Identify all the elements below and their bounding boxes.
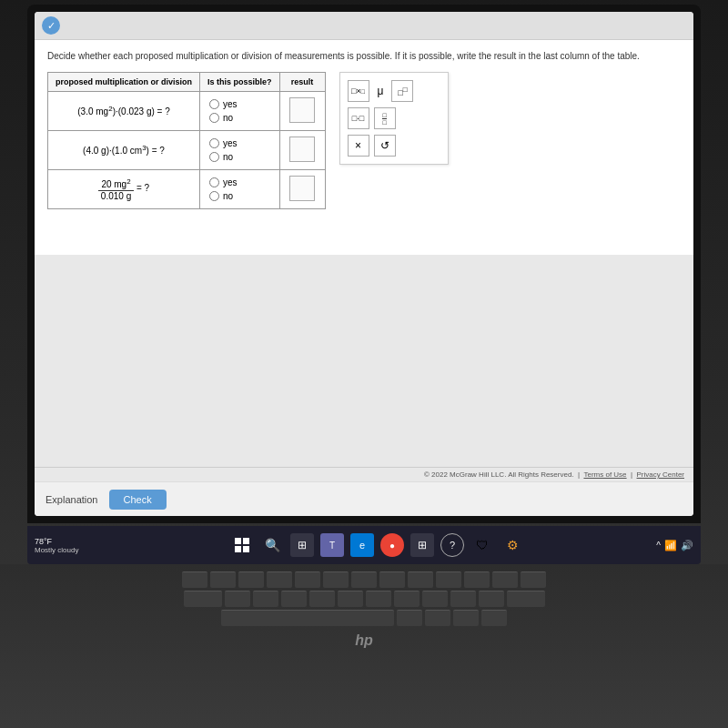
measurements-table: proposed multiplication or division Is t…: [47, 72, 326, 209]
sym-superscript-btn[interactable]: □□: [391, 80, 413, 102]
teams-icon[interactable]: T: [320, 533, 344, 557]
radio-cell-1[interactable]: yes no: [200, 92, 280, 131]
sym-multiply-btn[interactable]: □×□: [348, 80, 369, 102]
formula-cell-2: (4.0 g)·(1.0 cm3) = ?: [48, 131, 200, 170]
terms-link[interactable]: Terms of Use: [583, 470, 626, 479]
result-input-2[interactable]: [289, 136, 315, 162]
radio-no-1[interactable]: [209, 113, 219, 123]
tray-chevron[interactable]: ^: [656, 541, 661, 551]
apps-icon[interactable]: ⊞: [410, 533, 434, 557]
edge-icon[interactable]: e: [350, 533, 374, 557]
bottom-action-bar: Explanation Check: [35, 481, 693, 516]
symbol-panel: □×□ μ □□ □·□ □ □: [339, 72, 449, 165]
svg-rect-0: [235, 538, 241, 544]
windows-icon[interactable]: [230, 533, 254, 557]
result-input-3[interactable]: [289, 176, 315, 201]
sym-undo-btn[interactable]: ↺: [374, 135, 396, 157]
mu-symbol: μ: [374, 83, 388, 99]
checkmark-icon[interactable]: ✓: [42, 16, 60, 35]
result-cell-3: [279, 170, 325, 209]
radio-no-2[interactable]: [209, 152, 219, 162]
hp-logo: hp: [355, 632, 373, 649]
radio-yes-1[interactable]: [209, 99, 219, 109]
top-bar: ✓: [35, 12, 693, 40]
explanation-label[interactable]: Explanation: [46, 494, 98, 505]
settings-icon[interactable]: ⚙: [500, 533, 524, 557]
radio-cell-2[interactable]: yes no: [200, 131, 280, 170]
svg-rect-3: [243, 546, 249, 552]
radio-no-3[interactable]: [209, 191, 219, 201]
taskbar-icons: 🔍 ⊞ T e ● ⊞ ? 🛡 ⚙: [104, 533, 651, 557]
radio-cell-3[interactable]: yes no: [200, 170, 280, 209]
taskview-icon[interactable]: ⊞: [290, 533, 314, 557]
help-icon[interactable]: ?: [440, 533, 464, 557]
sym-fraction-btn[interactable]: □ □: [374, 107, 396, 129]
instruction-text: Decide whether each proposed multiplicat…: [47, 49, 681, 63]
svg-rect-2: [235, 546, 241, 552]
taskbar: 78°F Mostly cloudy 🔍 ⊞ T e ● ⊞ ? 🛡 ⚙: [27, 526, 701, 564]
security-icon[interactable]: 🛡: [470, 533, 494, 557]
result-input-1[interactable]: [289, 97, 315, 123]
sym-dot-multiply-btn[interactable]: □·□: [348, 107, 369, 129]
search-icon[interactable]: 🔍: [260, 533, 284, 557]
col-header-formula: proposed multiplication or division: [48, 73, 200, 92]
copyright-bar: © 2022 McGraw Hill LLC. All Rights Reser…: [35, 467, 693, 481]
weather-desc: Mostly cloudy: [35, 546, 98, 554]
system-tray: ^ 📶 🔊: [656, 540, 693, 551]
table-row: (4.0 g)·(1.0 cm3) = ? yes: [48, 131, 326, 170]
table-row: 20 mg2 0.010 g = ? yes: [48, 170, 326, 209]
volume-icon[interactable]: 🔊: [681, 540, 693, 551]
wifi-icon[interactable]: 📶: [664, 540, 677, 551]
chrome-icon[interactable]: ●: [380, 533, 404, 557]
col-header-result: result: [279, 73, 325, 92]
formula-cell-3: 20 mg2 0.010 g = ?: [48, 170, 200, 209]
sym-close-btn[interactable]: ×: [348, 135, 369, 157]
result-cell-1: [279, 92, 325, 131]
check-button[interactable]: Check: [109, 490, 167, 510]
result-cell-2: [279, 131, 325, 170]
weather-info: 78°F Mostly cloudy: [35, 537, 98, 554]
col-header-possible: Is this possible?: [200, 73, 280, 92]
table-row: (3.0 mg2)·(0.023 g) = ? yes: [48, 92, 326, 131]
privacy-link[interactable]: Privacy Center: [637, 470, 684, 479]
svg-rect-1: [243, 538, 249, 544]
formula-cell-1: (3.0 mg2)·(0.023 g) = ?: [48, 92, 200, 131]
keyboard-area: hp: [0, 564, 728, 728]
radio-yes-2[interactable]: [209, 138, 219, 148]
temperature: 78°F: [35, 537, 98, 546]
radio-yes-3[interactable]: [209, 177, 219, 187]
